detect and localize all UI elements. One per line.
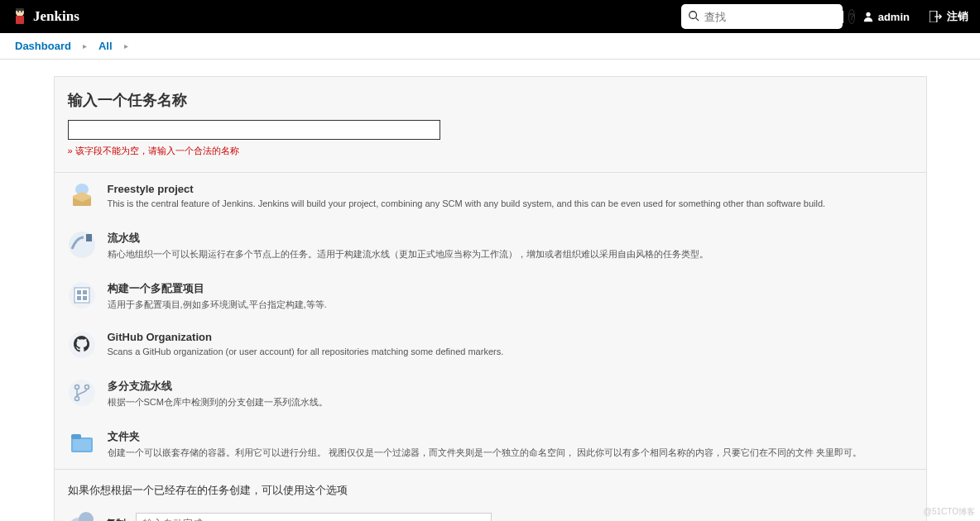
watermark: @51CTO博客 xyxy=(924,506,975,518)
item-type-label: 文件夹 xyxy=(108,429,913,444)
item-type-label: Freestyle project xyxy=(108,183,913,195)
github-icon xyxy=(68,331,96,359)
topbar: Jenkins ? admin 注销 xyxy=(0,0,980,33)
multibranch-icon xyxy=(68,379,96,407)
item-type-label: 构建一个多配置项目 xyxy=(108,281,913,296)
copy-section: 如果你想根据一个已经存在的任务创建，可以使用这个选项 复制 xyxy=(55,470,926,521)
item-type-multibranch[interactable]: 多分支流水线 根据一个SCM仓库中检测到的分支创建一系列流水线。 xyxy=(55,369,926,419)
breadcrumb-dashboard[interactable]: Dashboard xyxy=(15,40,71,52)
svg-rect-12 xyxy=(86,234,92,241)
svg-point-19 xyxy=(69,332,95,358)
page-title: 输入一个任务名称 xyxy=(68,90,913,110)
item-type-label: GitHub Organization xyxy=(108,331,913,343)
svg-rect-1 xyxy=(16,16,24,24)
chevron-right-icon: ▸ xyxy=(83,41,87,50)
svg-rect-18 xyxy=(83,296,87,300)
svg-point-28 xyxy=(79,512,94,521)
multiconfig-icon xyxy=(68,281,96,309)
item-type-desc: 创建一个可以嵌套存储的容器。利用它可以进行分组。 视图仅仅是一个过滤器，而文件夹… xyxy=(108,446,913,460)
main-panel: 输入一个任务名称 » 该字段不能为空，请输入一个合法的名称 Freestyle … xyxy=(54,76,927,521)
copy-hint: 如果你想根据一个已经存在的任务创建，可以使用这个选项 xyxy=(68,483,913,498)
svg-rect-15 xyxy=(77,290,81,294)
logout-link[interactable]: 注销 xyxy=(930,9,968,24)
breadcrumb-all[interactable]: All xyxy=(98,40,113,52)
copy-from-input[interactable] xyxy=(136,513,492,521)
item-type-freestyle[interactable]: Freestyle project This is the central fe… xyxy=(55,173,926,221)
item-name-input[interactable] xyxy=(68,120,440,140)
chevron-right-icon: ▸ xyxy=(124,41,128,50)
jenkins-logo[interactable]: Jenkins xyxy=(12,7,79,26)
breadcrumb: Dashboard ▸ All ▸ xyxy=(0,33,980,60)
item-type-desc: 精心地组织一个可以长期运行在多个节点上的任务。适用于构建流水线（更加正式地应当称… xyxy=(108,247,913,261)
svg-point-5 xyxy=(689,11,696,18)
item-type-folder[interactable]: 文件夹 创建一个可以嵌套存储的容器。利用它可以进行分组。 视图仅仅是一个过滤器，… xyxy=(55,419,926,470)
user-icon xyxy=(862,11,874,22)
brand-text: Jenkins xyxy=(33,8,79,25)
svg-line-6 xyxy=(695,17,699,21)
search-icon xyxy=(688,10,699,24)
svg-point-2 xyxy=(17,11,19,12)
copy-label: 复制 xyxy=(106,517,126,522)
item-type-label: 流水线 xyxy=(108,231,913,246)
search-input[interactable] xyxy=(704,11,843,23)
svg-point-3 xyxy=(21,11,22,12)
item-type-pipeline[interactable]: 流水线 精心地组织一个可以长期运行在多个节点上的任务。适用于构建流水线（更加正式… xyxy=(55,221,926,271)
svg-point-7 xyxy=(866,12,870,17)
folder-icon xyxy=(68,429,96,457)
svg-rect-25 xyxy=(71,434,81,439)
svg-rect-26 xyxy=(73,439,91,451)
svg-rect-17 xyxy=(77,296,81,300)
name-pane: 输入一个任务名称 » 该字段不能为空，请输入一个合法的名称 xyxy=(55,77,926,172)
item-type-github-org[interactable]: GitHub Organization Scans a GitHub organ… xyxy=(55,321,926,369)
pipeline-icon xyxy=(68,231,96,259)
search-box[interactable]: ? xyxy=(681,4,843,29)
jenkins-icon xyxy=(12,7,28,26)
item-type-label: 多分支流水线 xyxy=(108,379,913,394)
svg-rect-4 xyxy=(16,8,24,11)
help-icon[interactable]: ? xyxy=(848,9,856,24)
logout-label: 注销 xyxy=(947,9,968,24)
user-name: admin xyxy=(878,11,910,23)
logout-icon xyxy=(930,11,943,22)
freestyle-icon xyxy=(68,183,96,211)
copy-icon xyxy=(68,509,96,521)
validation-error: » 该字段不能为空，请输入一个合法的名称 xyxy=(68,145,913,157)
item-type-desc: Scans a GitHub organization (or user acc… xyxy=(108,345,913,359)
svg-rect-14 xyxy=(74,288,89,303)
item-type-desc: 适用于多配置项目,例如多环境测试,平台指定构建,等等. xyxy=(108,298,913,312)
item-type-desc: 根据一个SCM仓库中检测到的分支创建一系列流水线。 xyxy=(108,395,913,409)
user-link[interactable]: admin xyxy=(862,11,910,23)
item-type-multiconfig[interactable]: 构建一个多配置项目 适用于多配置项目,例如多环境测试,平台指定构建,等等. xyxy=(55,271,926,322)
svg-rect-16 xyxy=(83,290,87,294)
item-type-desc: This is the central feature of Jenkins. … xyxy=(108,197,913,211)
